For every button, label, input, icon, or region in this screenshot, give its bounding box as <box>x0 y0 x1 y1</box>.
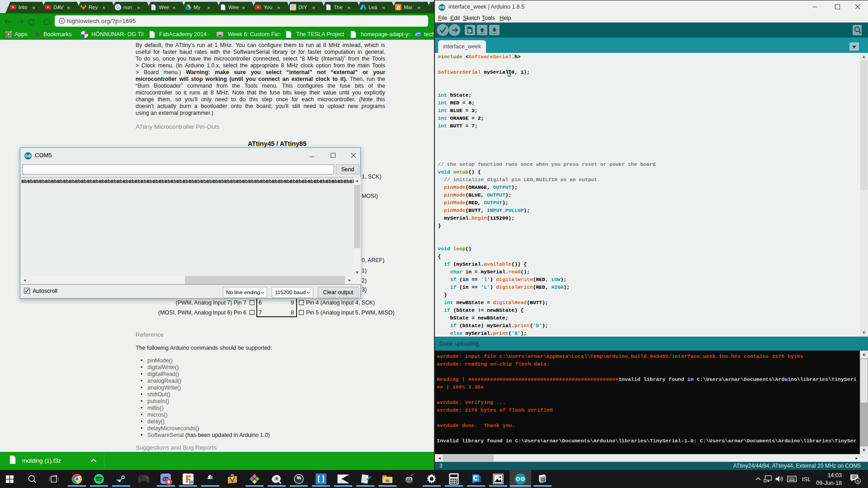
svg-text:G: G <box>116 5 120 10</box>
svg-text:R: R <box>396 5 400 11</box>
svg-text:360: 360 <box>189 481 193 483</box>
svg-text:5: 5 <box>857 479 859 483</box>
